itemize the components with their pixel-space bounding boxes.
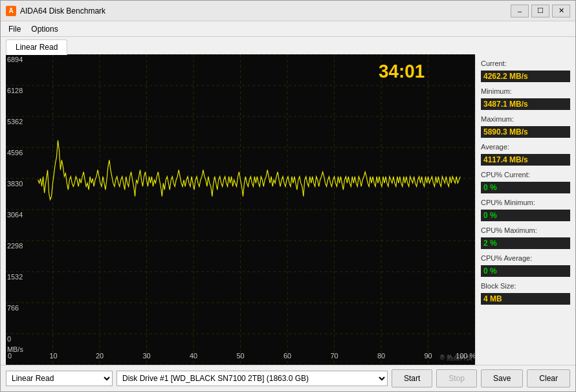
window-title: AIDA64 Disk Benchmark [20,6,511,16]
clear-button[interactable]: Clear [527,369,570,387]
tab-linear-read[interactable]: Linear Read [6,39,67,55]
window-controls: – ☐ ✕ [511,5,570,17]
app-icon-text: A [8,7,13,14]
svg-text:4596: 4596 [7,149,23,157]
svg-text:3830: 3830 [7,180,23,188]
average-value: 4117.4 MB/s [481,154,570,166]
current-label: Current: [481,60,570,67]
close-button[interactable]: ✕ [552,5,570,17]
svg-text:6894: 6894 [7,56,23,63]
bottom-controls: Linear Read Disk Drive #1 [WD_BLACK SN71… [1,365,575,391]
svg-text:5362: 5362 [7,118,23,125]
svg-text:1532: 1532 [7,273,23,281]
save-button[interactable]: Save [481,369,523,387]
minimum-label: Minimum: [481,87,570,95]
cpu-minimum-value: 0 % [481,210,570,221]
cpu-current-value: 0 % [481,182,570,193]
block-size-label: Block Size: [481,282,570,290]
watermark: ® 热点科技 [440,353,472,362]
block-size-value: 4 MB [481,293,570,305]
minimum-value: 3487.1 MB/s [481,98,570,110]
title-bar: A AIDA64 Disk Benchmark – ☐ ✕ [1,1,575,21]
cpu-average-value: 0 % [481,265,570,277]
chart-container: 6894 6128 5362 4596 3830 3064 2298 1532 … [6,54,475,365]
svg-text:2298: 2298 [7,242,23,250]
side-panel: Current: 4262.2 MB/s Minimum: 3487.1 MB/… [475,54,575,365]
cpu-maximum-label: CPU% Maximum: [481,226,570,234]
cpu-current-label: CPU% Current: [481,171,570,179]
svg-text:3064: 3064 [7,211,23,219]
mode-dropdown[interactable]: Linear Read [6,371,113,386]
cpu-minimum-label: CPU% Minimum: [481,199,570,206]
menu-bar: File Options [1,21,575,37]
svg-text:70: 70 [331,352,338,360]
svg-text:0: 0 [7,335,11,343]
svg-text:90: 90 [425,352,432,360]
app-icon: A [6,6,16,16]
start-button[interactable]: Start [392,369,432,387]
svg-text:80: 80 [377,352,385,360]
svg-text:34:01: 34:01 [379,60,425,81]
chart-svg: 6894 6128 5362 4596 3830 3064 2298 1532 … [6,54,475,365]
stop-button[interactable]: Stop [436,369,477,387]
current-value: 4262.2 MB/s [481,71,570,82]
svg-text:20: 20 [96,352,104,360]
main-window: A AIDA64 Disk Benchmark – ☐ ✕ File Optio… [0,0,576,392]
svg-text:6128: 6128 [7,87,23,94]
maximize-button[interactable]: ☐ [531,5,549,17]
average-label: Average: [481,143,570,151]
menu-file[interactable]: File [3,23,26,35]
svg-text:30: 30 [143,352,151,360]
cpu-average-label: CPU% Average: [481,254,570,262]
svg-text:40: 40 [190,352,197,360]
svg-text:766: 766 [7,304,19,312]
tab-bar: Linear Read [1,37,575,54]
svg-text:50: 50 [237,352,245,360]
menu-options[interactable]: Options [26,23,63,35]
main-content: 6894 6128 5362 4596 3830 3064 2298 1532 … [1,54,575,365]
maximum-label: Maximum: [481,115,570,123]
svg-text:60: 60 [283,352,291,360]
maximum-value: 5890.3 MB/s [481,126,570,138]
svg-text:10: 10 [50,352,58,360]
minimize-button[interactable]: – [511,5,529,17]
cpu-maximum-value: 2 % [481,237,570,249]
svg-text:0: 0 [8,352,12,360]
disk-dropdown[interactable]: Disk Drive #1 [WD_BLACK SN7100 2TB] (186… [116,371,388,386]
